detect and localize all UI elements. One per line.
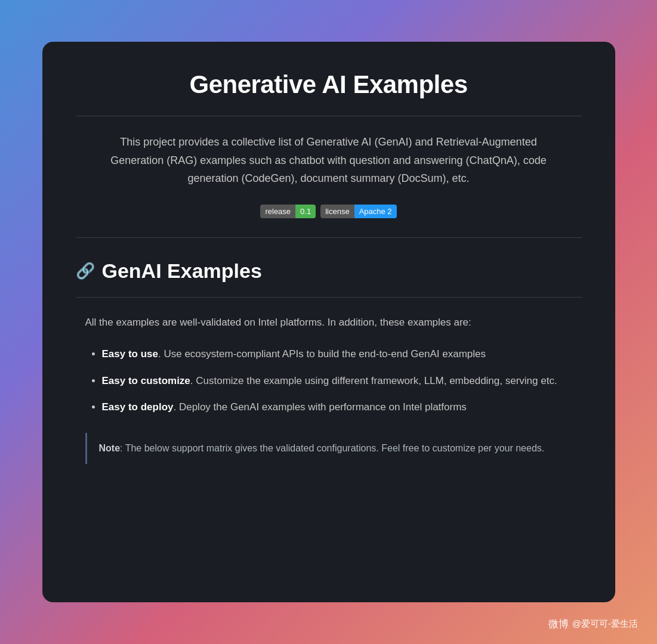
note-text: Note: The below support matrix gives the… xyxy=(99,440,570,456)
main-card: Generative AI Examples This project prov… xyxy=(42,42,615,602)
section-body: All the examples are well-validated on I… xyxy=(76,314,582,464)
weibo-icon: 微博 xyxy=(548,617,569,631)
note-label: Note xyxy=(99,443,121,453)
list-item: Easy to use. Use ecosystem-compliant API… xyxy=(102,346,582,363)
page-title: Generative AI Examples xyxy=(76,70,582,99)
release-badge[interactable]: release 0.1 xyxy=(260,205,316,218)
license-badge-value: Apache 2 xyxy=(354,205,397,218)
badges-row: release 0.1 license Apache 2 xyxy=(76,205,582,218)
description: This project provides a collective list … xyxy=(96,133,562,188)
section-divider xyxy=(76,297,582,298)
bullet-bold-0: Easy to use xyxy=(102,348,159,360)
license-badge[interactable]: license Apache 2 xyxy=(320,205,396,218)
watermark-text: @爱可可-爱生活 xyxy=(572,618,638,630)
release-badge-label: release xyxy=(260,205,295,218)
section-heading: 🔗 GenAI Examples xyxy=(76,259,582,283)
bullet-list: Easy to use. Use ecosystem-compliant API… xyxy=(85,346,582,417)
section-title: GenAI Examples xyxy=(102,259,262,283)
release-badge-value: 0.1 xyxy=(295,205,316,218)
bullet-text-2: . Deploy the GenAI examples with perform… xyxy=(173,401,466,413)
top-divider xyxy=(76,116,582,116)
bullet-text-1: . Customize the example using different … xyxy=(190,375,557,386)
bottom-divider xyxy=(76,237,582,238)
list-item: Easy to customize. Customize the example… xyxy=(102,373,582,390)
bullet-text-0: . Use ecosystem-compliant APIs to build … xyxy=(158,348,486,360)
section-intro: All the examples are well-validated on I… xyxy=(85,314,582,332)
note-body: : The below support matrix gives the val… xyxy=(120,443,544,453)
bullet-bold-1: Easy to customize xyxy=(102,375,190,386)
watermark: 微博 @爱可可-爱生活 xyxy=(548,617,638,631)
license-badge-label: license xyxy=(320,205,354,218)
bullet-bold-2: Easy to deploy xyxy=(102,401,174,413)
link-icon: 🔗 xyxy=(76,262,95,280)
list-item: Easy to deploy. Deploy the GenAI example… xyxy=(102,399,582,416)
note-block: Note: The below support matrix gives the… xyxy=(85,433,582,463)
